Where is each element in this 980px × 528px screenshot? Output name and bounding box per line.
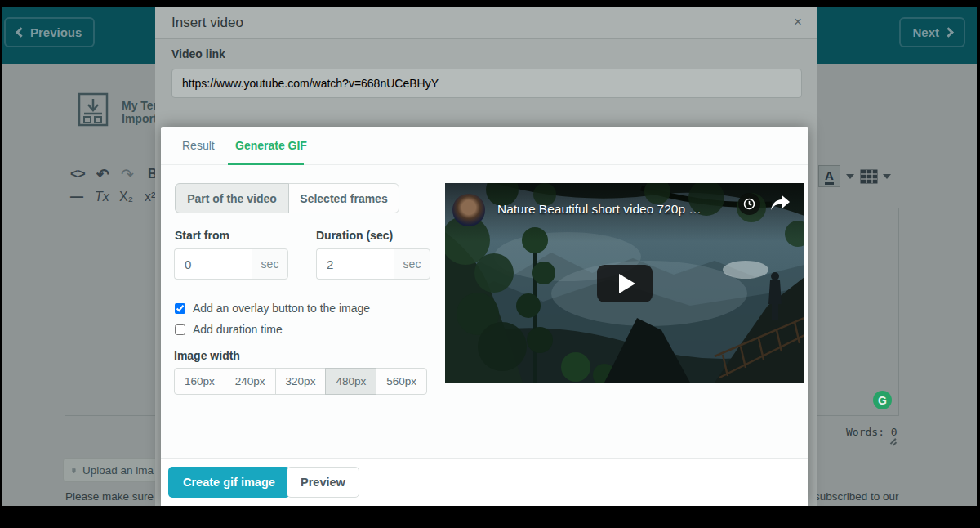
horizontal-rule-icon[interactable]: —	[70, 190, 83, 204]
paperclip-icon	[72, 463, 76, 477]
table-caret-icon[interactable]	[883, 174, 891, 179]
clear-formatting-icon[interactable]: Tx	[95, 190, 109, 204]
upload-image-label: Upload an ima	[82, 464, 154, 477]
import-icon	[78, 92, 109, 127]
previous-button[interactable]: Previous	[4, 17, 95, 47]
play-button[interactable]	[597, 265, 653, 302]
start-from-input[interactable]	[174, 248, 252, 280]
duration-label: Duration (sec)	[316, 229, 393, 242]
upload-image-button[interactable]: Upload an ima	[63, 458, 163, 482]
chevron-right-icon	[943, 27, 954, 38]
table-icon[interactable]	[860, 169, 878, 184]
word-count: Words: 0	[846, 426, 898, 438]
editor-right-border	[898, 208, 899, 415]
watch-later-icon[interactable]	[738, 193, 760, 215]
start-from-label: Start from	[175, 229, 229, 242]
mode-selected-frames-button[interactable]: Selected frames	[288, 183, 399, 213]
gif-panel-tabs: Result Generate GIF	[161, 127, 808, 165]
preview-button[interactable]: Preview	[287, 467, 359, 498]
import-template-control[interactable]: My Ten Import	[78, 92, 160, 127]
mode-part-of-video-button[interactable]: Part of the video	[175, 183, 289, 213]
gif-panel-footer: Create gif image Preview	[161, 458, 808, 506]
create-gif-button[interactable]: Create gif image	[168, 467, 290, 498]
app-page: Previous Next My Ten Import <>	[2, 7, 977, 506]
duration-unit: sec	[394, 248, 430, 280]
image-width-240[interactable]: 240px	[225, 368, 276, 395]
overlay-button-checkbox[interactable]	[175, 303, 185, 314]
tab-generate-gif[interactable]: Generate GIF	[235, 139, 307, 152]
image-width-160[interactable]: 160px	[174, 368, 225, 395]
overlay-button-checkbox-label: Add an overlay button to the image	[193, 302, 370, 315]
grammarly-icon[interactable]: G	[873, 391, 892, 409]
close-icon[interactable]: ×	[794, 14, 802, 30]
image-width-560[interactable]: 560px	[376, 368, 427, 395]
footer-note-left: Please make sure to	[65, 490, 166, 503]
resize-grip-icon[interactable]	[888, 438, 898, 446]
duration-group: sec	[316, 248, 430, 280]
share-icon[interactable]	[768, 194, 791, 215]
undo-icon[interactable]: ↶	[96, 165, 109, 184]
duration-input[interactable]	[316, 248, 394, 280]
image-width-group: 160px 240px 320px 480px 560px	[174, 368, 427, 395]
modal-title: Insert video	[172, 15, 243, 31]
screenshot-stage: Previous Next My Ten Import <>	[0, 0, 980, 528]
duration-time-checkbox[interactable]	[175, 324, 185, 335]
video-title[interactable]: Nature Beautiful short video 720p …	[497, 202, 702, 217]
duration-time-checkbox-label: Add duration time	[193, 323, 283, 336]
next-label: Next	[912, 25, 939, 39]
tab-result[interactable]: Result	[182, 139, 215, 152]
code-view-icon[interactable]: <>	[70, 167, 86, 181]
chevron-left-icon	[16, 27, 26, 38]
start-from-group: sec	[174, 248, 288, 280]
image-width-480[interactable]: 480px	[325, 368, 376, 395]
insert-video-modal-header: Insert video ×	[155, 7, 817, 39]
play-icon	[619, 274, 635, 293]
channel-avatar[interactable]	[452, 194, 485, 226]
active-tab-underline	[228, 163, 304, 165]
text-color-icon: A	[825, 168, 834, 185]
text-color-button[interactable]: A	[818, 165, 840, 187]
overlay-button-checkbox-row[interactable]: Add an overlay button to the image	[175, 302, 370, 315]
image-width-320[interactable]: 320px	[275, 368, 327, 395]
redo-icon[interactable]: ↷	[121, 165, 134, 184]
video-link-input[interactable]	[172, 69, 802, 98]
subscript-icon[interactable]: X₂	[119, 190, 133, 204]
image-width-label: Image width	[174, 349, 240, 362]
start-from-unit: sec	[252, 248, 288, 280]
video-preview[interactable]: Nature Beautiful short video 720p …	[445, 183, 804, 383]
text-color-caret-icon[interactable]	[846, 174, 854, 179]
footer-note-right: subscribed to our	[814, 490, 899, 503]
previous-label: Previous	[30, 25, 82, 39]
superscript-icon[interactable]: x²	[145, 190, 155, 204]
next-button[interactable]: Next	[899, 17, 965, 47]
video-link-label: Video link	[172, 47, 225, 60]
generate-gif-panel: Result Generate GIF Part of the video Se…	[161, 127, 808, 506]
duration-time-checkbox-row[interactable]: Add duration time	[175, 323, 283, 336]
